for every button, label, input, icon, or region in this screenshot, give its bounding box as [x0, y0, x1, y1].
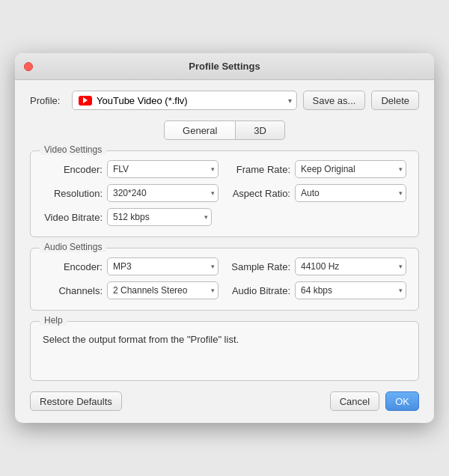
- resolution-select-wrapper: 320*240 ▾: [107, 184, 219, 202]
- audio-encoder-row: Encoder: MP3 ▾: [43, 257, 219, 275]
- bottom-row: Restore Defaults Cancel OK: [30, 391, 419, 411]
- encoder-select[interactable]: FLV: [107, 160, 219, 178]
- audio-bitrate-row: Audio Bitrate: 64 kbps ▾: [230, 281, 406, 299]
- frame-rate-row: Frame Rate: Keep Original ▾: [230, 160, 406, 178]
- sample-rate-select[interactable]: 44100 Hz: [295, 257, 406, 275]
- video-bitrate-label: Video Bitrate:: [43, 212, 103, 223]
- frame-rate-select-wrapper: Keep Original ▾: [295, 160, 406, 178]
- audio-settings-title: Audio Settings: [40, 242, 106, 252]
- youtube-icon: [79, 96, 92, 106]
- cancel-button[interactable]: Cancel: [330, 391, 379, 411]
- audio-bitrate-label: Audio Bitrate:: [230, 285, 290, 296]
- channels-select-wrapper: 2 Channels Stereo ▾: [107, 281, 219, 299]
- bottom-right-buttons: Cancel OK: [330, 391, 419, 411]
- aspect-ratio-row: Aspect Ratio: Auto ▾: [230, 184, 406, 202]
- aspect-ratio-select-wrapper: Auto ▾: [295, 184, 406, 202]
- sample-rate-label: Sample Rate:: [230, 261, 290, 272]
- save-as-button[interactable]: Save as...: [303, 91, 366, 110]
- encoder-row: Encoder: FLV ▾: [43, 160, 219, 178]
- titlebar: Profile Settings: [15, 53, 434, 80]
- video-bitrate-row: Video Bitrate: 512 kbps ▾: [43, 208, 406, 226]
- resolution-label: Resolution:: [43, 188, 103, 199]
- video-settings-grid: Encoder: FLV ▾ Frame Rate: Keep Original: [43, 160, 406, 202]
- restore-defaults-button[interactable]: Restore Defaults: [30, 391, 122, 411]
- content-area: Profile: YouTube Video (*.flv) ▾ Save as…: [15, 80, 434, 423]
- tabs-row: General 3D: [30, 120, 419, 140]
- close-button[interactable]: [24, 62, 33, 71]
- profile-value: YouTube Video (*.flv): [97, 95, 188, 106]
- frame-rate-label: Frame Rate:: [230, 164, 290, 175]
- audio-settings-grid: Encoder: MP3 ▾ Sample Rate: 44100 Hz: [43, 257, 406, 299]
- help-text: Select the output format from the "Profi…: [43, 334, 406, 345]
- channels-select[interactable]: 2 Channels Stereo: [107, 281, 219, 299]
- channels-label: Channels:: [43, 285, 103, 296]
- resolution-row: Resolution: 320*240 ▾: [43, 184, 219, 202]
- encoder-label: Encoder:: [43, 164, 103, 175]
- tab-3d[interactable]: 3D: [236, 120, 285, 140]
- audio-encoder-select[interactable]: MP3: [107, 257, 219, 275]
- aspect-ratio-label: Aspect Ratio:: [230, 188, 290, 199]
- window-title: Profile Settings: [189, 61, 260, 72]
- video-settings-title: Video Settings: [40, 144, 106, 155]
- audio-encoder-select-wrapper: MP3 ▾: [107, 257, 219, 275]
- sample-rate-row: Sample Rate: 44100 Hz ▾: [230, 257, 406, 275]
- resolution-select[interactable]: 320*240: [107, 184, 219, 202]
- video-bitrate-select-wrapper: 512 kbps ▾: [107, 208, 212, 226]
- profile-row: Profile: YouTube Video (*.flv) ▾ Save as…: [30, 91, 419, 110]
- frame-rate-select[interactable]: Keep Original: [295, 160, 406, 178]
- encoder-select-wrapper: FLV ▾: [107, 160, 219, 178]
- channels-row: Channels: 2 Channels Stereo ▾: [43, 281, 219, 299]
- tab-general[interactable]: General: [164, 120, 236, 140]
- audio-encoder-label: Encoder:: [43, 261, 103, 272]
- audio-settings-section: Audio Settings Encoder: MP3 ▾ Sample Rat…: [30, 248, 419, 311]
- delete-button[interactable]: Delete: [371, 91, 419, 110]
- video-settings-section: Video Settings Encoder: FLV ▾ Frame Rate…: [30, 150, 419, 237]
- aspect-ratio-select[interactable]: Auto: [295, 184, 406, 202]
- ok-button[interactable]: OK: [385, 391, 419, 411]
- window: Profile Settings Profile: YouTube Video …: [15, 53, 434, 423]
- chevron-down-icon: ▾: [288, 97, 292, 105]
- sample-rate-select-wrapper: 44100 Hz ▾: [295, 257, 406, 275]
- audio-bitrate-select[interactable]: 64 kbps: [295, 281, 406, 299]
- video-bitrate-select[interactable]: 512 kbps: [107, 208, 212, 226]
- profile-label: Profile:: [30, 95, 66, 106]
- profile-dropdown[interactable]: YouTube Video (*.flv) ▾: [72, 91, 297, 110]
- audio-bitrate-select-wrapper: 64 kbps ▾: [295, 281, 406, 299]
- help-section: Help Select the output format from the "…: [30, 321, 419, 381]
- help-title: Help: [40, 315, 67, 326]
